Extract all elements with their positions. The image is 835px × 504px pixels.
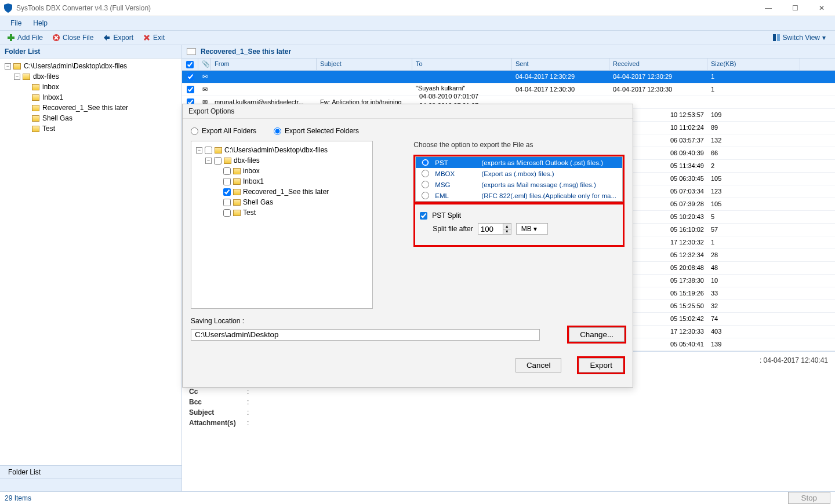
tree-checkbox[interactable]	[223, 167, 231, 175]
mail-icon	[187, 48, 196, 55]
format-list: PST (exports as Microsoft Outlook (.pst)…	[415, 156, 623, 202]
tree-checkbox[interactable]	[223, 209, 231, 217]
close-window-button[interactable]: ✕	[808, 0, 835, 16]
exit-button[interactable]: Exit	[139, 32, 168, 43]
export-tree-item[interactable]: inbox	[243, 166, 260, 176]
change-location-button[interactable]: Change...	[569, 327, 625, 342]
export-tree-item[interactable]: Inbox1	[243, 176, 264, 187]
export-tree-dbx[interactable]: dbx-files	[234, 155, 260, 166]
pst-split-checkbox[interactable]: PST Split	[420, 211, 618, 220]
statusbar: 29 Items Stop	[0, 491, 835, 504]
export-confirm-button[interactable]: Export	[579, 358, 623, 372]
split-size-spinner[interactable]: ▲▼	[478, 223, 511, 235]
spinner-up-icon[interactable]: ▲	[503, 224, 511, 229]
exit-label: Exit	[153, 34, 165, 42]
menu-help[interactable]: Help	[27, 18, 53, 28]
header-attachment[interactable]: 📎	[198, 59, 211, 70]
folder-tree[interactable]: −C:\Users\admin\Desktop\dbx-files −dbx-f…	[0, 59, 181, 264]
folder-list-tab-label: Folder List	[8, 468, 41, 476]
detail-received-value: : 04-04-2017 12:40:41	[760, 356, 828, 364]
saving-location-input[interactable]	[191, 329, 540, 341]
export-button[interactable]: Export	[99, 32, 137, 43]
tree-item[interactable]: Recovered_1_See this later	[42, 103, 128, 113]
tree-item[interactable]: Test	[42, 123, 55, 134]
header-sent[interactable]: Sent	[512, 59, 609, 70]
export-tree-item[interactable]: Shell Gas	[243, 197, 273, 207]
add-file-button[interactable]: Add File	[3, 32, 46, 43]
exit-icon	[143, 34, 151, 42]
export-selected-radio[interactable]: Export Selected Folders	[274, 127, 359, 135]
dialog-title: Export Options	[183, 104, 633, 119]
header-size[interactable]: Size(KB)	[707, 59, 800, 70]
export-tree-root[interactable]: C:\Users\admin\Desktop\dbx-files	[224, 145, 328, 155]
folder-title-bar: Recovered_1_See this later	[182, 45, 835, 59]
choose-format-label: Choose the option to export the File as	[413, 141, 625, 155]
folder-icon	[32, 115, 39, 122]
export-tree-item[interactable]: Test	[243, 207, 256, 218]
folder-list-tab[interactable]: Folder List	[0, 465, 181, 479]
tree-checkbox[interactable]	[214, 157, 222, 165]
close-circle-icon	[52, 34, 60, 42]
export-label: Export	[113, 34, 133, 42]
header-from[interactable]: From	[211, 59, 317, 70]
stop-button[interactable]: Stop	[788, 492, 830, 504]
format-option-pst[interactable]: PST (exports as Microsoft Outlook (.pst)…	[416, 157, 622, 168]
table-row[interactable]: ✉ 04-04-2017 12:30:29 04-04-2017 12:30:2…	[182, 71, 835, 83]
svg-rect-1	[8, 36, 14, 39]
tree-checkbox[interactable]	[223, 188, 231, 196]
tree-expander-icon[interactable]: −	[5, 63, 11, 70]
header-subject[interactable]: Subject	[317, 59, 412, 70]
tree-expander-icon[interactable]: −	[196, 147, 202, 154]
window-controls: — ☐ ✕	[755, 0, 835, 16]
export-folder-tree[interactable]: −C:\Users\admin\Desktop\dbx-files −dbx-f…	[191, 141, 373, 309]
tree-item[interactable]: Shell Gas	[42, 113, 72, 123]
detail-attachments-label: Attachment(s)	[189, 419, 247, 427]
folder-icon	[233, 168, 241, 174]
split-unit-select[interactable]: MB ▾	[516, 223, 548, 235]
tree-checkbox[interactable]	[223, 199, 231, 206]
folder-icon	[13, 63, 21, 70]
export-all-radio[interactable]: Export All Folders	[191, 127, 256, 135]
switch-view-icon	[772, 34, 780, 42]
switch-view-label: Switch View	[783, 34, 820, 42]
format-option-msg[interactable]: MSG (exports as Mail message (.msg) file…	[416, 179, 622, 190]
tree-checkbox[interactable]	[205, 147, 212, 154]
format-highlight: PST (exports as Microsoft Outlook (.pst)…	[413, 155, 625, 203]
grid-header: 📎 From Subject To Sent Received Size(KB)	[182, 59, 835, 71]
header-checkbox[interactable]	[182, 59, 198, 70]
chevron-down-icon: ▾	[822, 34, 826, 42]
close-file-button[interactable]: Close File	[49, 32, 97, 43]
menubar: File Help	[0, 16, 835, 30]
header-received[interactable]: Received	[609, 59, 707, 70]
folder-icon	[32, 126, 39, 132]
tree-expander-icon[interactable]: −	[14, 74, 20, 80]
menu-file[interactable]: File	[5, 18, 27, 28]
format-option-eml[interactable]: EML (RFC 822(.eml) files.(Applicable onl…	[416, 190, 622, 201]
tree-item[interactable]: Inbox1	[42, 92, 63, 103]
maximize-button[interactable]: ☐	[782, 0, 808, 16]
titlebar: SysTools DBX Converter v4.3 (Full Versio…	[0, 0, 835, 16]
format-option-mbox[interactable]: MBOX (Export as (.mbox) files.)	[416, 168, 622, 179]
folder-list-pane: Folder List −C:\Users\admin\Desktop\dbx-…	[0, 45, 182, 491]
folder-icon	[23, 74, 30, 80]
tree-root[interactable]: C:\Users\admin\Desktop\dbx-files	[24, 61, 127, 71]
export-tree-item[interactable]: Recovered_1_See this later	[243, 187, 329, 197]
app-title: SysTools DBX Converter v4.3 (Full Versio…	[16, 4, 151, 12]
toolbar: Add File Close File Export Exit Switch V…	[0, 30, 835, 45]
split-after-label: Split file after	[433, 225, 473, 233]
folder-icon	[233, 189, 241, 195]
app-icon	[3, 3, 13, 13]
switch-view-button[interactable]: Switch View ▾	[769, 32, 829, 43]
folder-title: Recovered_1_See this later	[201, 48, 291, 56]
saving-location-label: Saving Location :	[191, 317, 625, 325]
tree-item[interactable]: inbox	[42, 82, 59, 92]
tree-checkbox[interactable]	[223, 178, 231, 185]
minimize-button[interactable]: —	[755, 0, 782, 16]
detail-subject-label: Subject	[189, 408, 247, 417]
spinner-down-icon[interactable]: ▼	[503, 229, 511, 235]
folder-icon	[32, 105, 39, 111]
header-to[interactable]: To	[412, 59, 512, 70]
tree-expander-icon[interactable]: −	[205, 158, 212, 164]
tree-dbx[interactable]: dbx-files	[33, 71, 59, 82]
cancel-button[interactable]: Cancel	[515, 358, 562, 372]
